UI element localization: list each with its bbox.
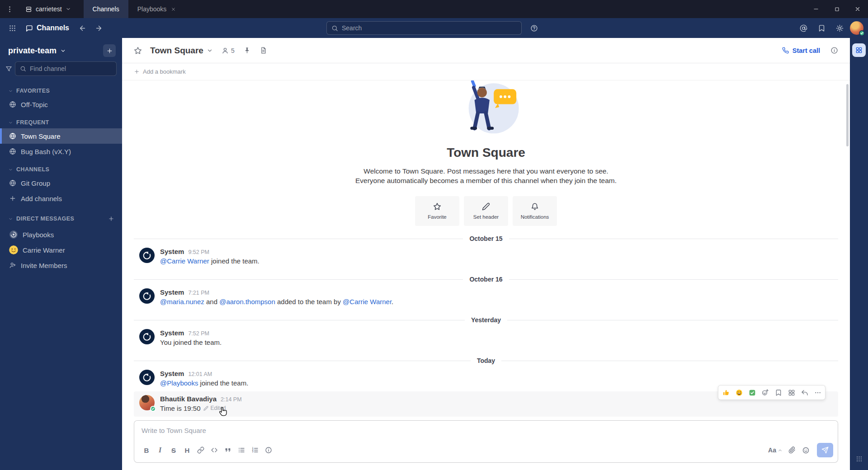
send-message-button[interactable] [817, 443, 833, 457]
search-input[interactable] [342, 24, 517, 32]
sidebar-category-favorites[interactable]: FAVORITES [8, 88, 50, 94]
app-menu-button[interactable] [0, 0, 19, 18]
add-reaction-button[interactable] [759, 386, 772, 399]
user-avatar[interactable] [850, 21, 863, 35]
channel-files-button[interactable] [256, 43, 271, 58]
link-button[interactable] [194, 443, 208, 457]
message-author[interactable]: Bhautik Bavadiya [160, 395, 217, 403]
team-menu[interactable]: private-team [8, 46, 66, 56]
sidebar-item-town-square[interactable]: Town Square [0, 128, 122, 144]
history-forward-button[interactable] [91, 21, 106, 35]
mention-link[interactable]: @maria.nunez [160, 298, 204, 306]
reply-button[interactable] [798, 386, 811, 399]
mattermost-logo-icon [142, 291, 152, 301]
message-system-1[interactable]: System 9:52 PM @Carrie Warner joined the… [134, 244, 838, 269]
server-dropdown[interactable]: carrietest [19, 0, 77, 18]
intro-set-header-button[interactable]: Set header [464, 196, 508, 226]
product-menu-button[interactable] [5, 21, 20, 35]
system-avatar[interactable] [139, 288, 155, 304]
sidebar-category-frequent[interactable]: FREQUENT [8, 119, 49, 126]
italic-button[interactable]: I [153, 443, 167, 457]
find-channel-box[interactable] [15, 61, 117, 76]
quote-button[interactable] [221, 443, 235, 457]
channel-info-button[interactable] [826, 43, 842, 58]
intro-notifications-button[interactable]: Notifications [513, 196, 557, 226]
emoji-picker-button[interactable] [799, 443, 812, 457]
scrollbar-thumb[interactable] [846, 84, 849, 146]
message-input[interactable] [134, 421, 838, 442]
numbered-list-button[interactable] [248, 443, 262, 457]
system-avatar[interactable] [139, 370, 155, 385]
bulleted-list-button[interactable] [235, 443, 248, 457]
formatting-toggle-button[interactable]: Aa [765, 445, 785, 456]
channel-menu[interactable]: Town Square [146, 46, 217, 56]
mention-link[interactable]: @Carrie Warner [160, 257, 209, 265]
search-box[interactable] [326, 21, 522, 35]
product-switcher[interactable]: Channels [21, 24, 74, 32]
message-author[interactable]: System [160, 248, 184, 255]
quick-reaction-smile-button[interactable] [732, 386, 745, 399]
strikethrough-button[interactable]: S [167, 443, 180, 457]
message-author[interactable]: System [160, 370, 184, 377]
channel-filter-button[interactable] [5, 61, 12, 76]
recent-mentions-button[interactable] [796, 21, 811, 35]
message-actions-button[interactable] [785, 386, 798, 399]
user-avatar[interactable] [139, 395, 155, 410]
tab-channels[interactable]: Channels [84, 0, 128, 18]
system-avatar[interactable] [139, 329, 155, 344]
close-tab-icon[interactable] [171, 7, 176, 12]
minimize-button[interactable] [806, 0, 826, 18]
code-button[interactable] [208, 443, 221, 457]
quick-reaction-check-button[interactable] [745, 386, 759, 399]
app-bar-bottom-item[interactable] [852, 452, 866, 465]
save-message-button[interactable] [772, 386, 785, 399]
sidebar-item-off-topic[interactable]: Off-Topic [0, 97, 122, 112]
message-bhautik[interactable]: Bhautik Bavadiya 2:14 PM Time is 19:50Ed… [134, 391, 838, 417]
start-call-button[interactable]: Start call [777, 44, 826, 57]
add-bookmark-button[interactable]: Add a bookmark [130, 66, 189, 77]
members-button[interactable]: 5 [217, 45, 239, 56]
message-composer[interactable]: B I S H Aa [134, 420, 838, 463]
system-avatar[interactable] [139, 248, 155, 263]
mention-link[interactable]: @Carrie Warner [343, 298, 392, 306]
settings-button[interactable] [832, 21, 847, 35]
mention-link[interactable]: @Playbooks [160, 379, 198, 387]
bold-button[interactable]: B [140, 443, 153, 457]
add-direct-message-button[interactable] [106, 213, 117, 224]
sidebar-category-channels[interactable]: CHANNELS [8, 166, 49, 173]
sidebar-item-bug-bash[interactable]: Bug Bash (vX.Y) [0, 144, 122, 159]
close-button[interactable] [847, 0, 868, 18]
find-channel-input[interactable] [30, 65, 112, 72]
history-back-button[interactable] [75, 21, 90, 35]
message-author[interactable]: System [160, 288, 184, 296]
sidebar-item-carrie-warner[interactable]: Carrie Warner [0, 242, 122, 258]
maximize-button[interactable] [826, 0, 847, 18]
sidebar-item-playbooks-dm[interactable]: Playbooks [0, 227, 122, 242]
saved-posts-button[interactable] [814, 21, 829, 35]
message-author[interactable]: System [160, 329, 184, 337]
favorite-channel-button[interactable] [130, 43, 146, 58]
tab-playbooks[interactable]: Playbooks [128, 0, 185, 18]
sidebar-category-direct-messages[interactable]: DIRECT MESSAGES [8, 216, 74, 222]
globe-icon [9, 101, 16, 108]
globe-icon [9, 179, 16, 187]
quick-reaction-thumbsup-button[interactable] [719, 386, 732, 399]
add-channel-plus-button[interactable] [103, 44, 116, 57]
formatting-help-button[interactable] [262, 443, 275, 457]
message-system-3[interactable]: System 7:52 PM You joined the team. [134, 325, 838, 351]
category-label: FAVORITES [16, 88, 50, 94]
message-system-2[interactable]: System 7:21 PM @maria.nunez and @aaron.t… [134, 285, 838, 310]
sidebar-item-git-group[interactable]: Git Group [0, 175, 122, 191]
app-bar-active-item[interactable] [852, 43, 866, 57]
heading-button[interactable]: H [180, 443, 194, 457]
attach-file-button[interactable] [785, 443, 799, 457]
link-icon [197, 446, 204, 454]
intro-favorite-button[interactable]: Favorite [415, 196, 459, 226]
help-button[interactable] [526, 21, 542, 35]
thumbsup-emoji-icon [722, 389, 730, 396]
sidebar-item-add-channels[interactable]: Add channels [0, 191, 122, 206]
mention-link[interactable]: @aaron.thompson [219, 298, 275, 306]
sidebar-item-invite-members[interactable]: Invite Members [0, 258, 122, 273]
pinned-messages-button[interactable] [240, 43, 255, 58]
more-actions-button[interactable] [811, 386, 824, 399]
